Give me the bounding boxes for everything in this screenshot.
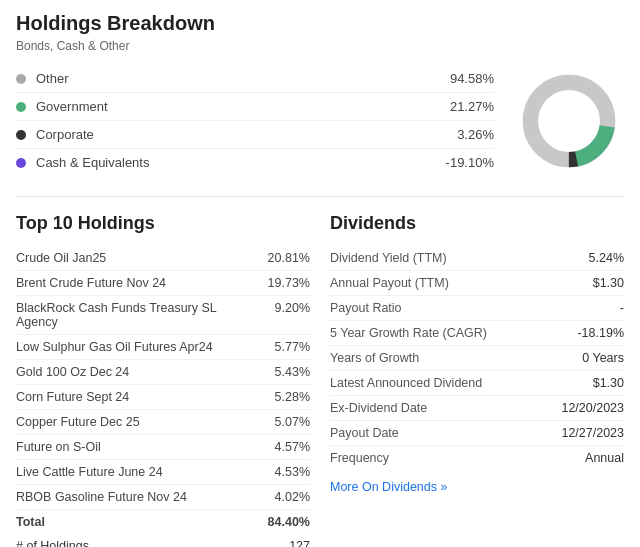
breakdown-value: 94.58% [434,71,494,86]
holding-pct: 5.77% [260,340,310,354]
breakdown-dot [16,102,26,112]
holding-pct: 4.57% [260,440,310,454]
dividend-label: Dividend Yield (TTM) [330,251,544,265]
dividends-title: Dividends [330,213,624,234]
svg-point-4 [538,90,600,152]
holding-name: Future on S-Oil [16,440,260,454]
holdings-row: Crude Oil Jan25 20.81% [16,246,310,271]
breakdown-value: 21.27% [434,99,494,114]
breakdown-label: Other [36,71,434,86]
dividends-row: Payout Ratio - [330,296,624,321]
holding-name: Low Sulphur Gas Oil Futures Apr24 [16,340,260,354]
holding-pct: 9.20% [260,301,310,329]
top-holdings-panel: Top 10 Holdings Crude Oil Jan25 20.81% B… [16,213,310,547]
holding-pct: 5.28% [260,390,310,404]
dividend-label: Payout Date [330,426,544,440]
dividends-panel: Dividends Dividend Yield (TTM) 5.24% Ann… [330,213,624,547]
breakdown-label: Corporate [36,127,434,142]
total-value: 84.40% [260,515,310,529]
holdings-count-row: # of Holdings 127 [16,534,310,547]
dividend-label: Payout Ratio [330,301,544,315]
dividend-value: - [544,301,624,315]
holding-name: Gold 100 Oz Dec 24 [16,365,260,379]
holdings-table: Crude Oil Jan25 20.81% Brent Crude Futur… [16,246,310,534]
dividend-value: $1.30 [544,276,624,290]
dividends-row: Ex-Dividend Date 12/20/2023 [330,396,624,421]
holdings-row: Future on S-Oil 4.57% [16,435,310,460]
dividend-value: Annual [544,451,624,465]
holding-name: Brent Crude Future Nov 24 [16,276,260,290]
holding-pct: 5.07% [260,415,310,429]
dividends-row: Payout Date 12/27/2023 [330,421,624,446]
holding-name: RBOB Gasoline Future Nov 24 [16,490,260,504]
holding-name: BlackRock Cash Funds Treasury SL Agency [16,301,260,329]
holding-pct: 4.02% [260,490,310,504]
holdings-breakdown-section: Holdings Breakdown Bonds, Cash & Other O… [16,12,624,176]
dividend-label: Years of Growth [330,351,544,365]
bottom-section: Top 10 Holdings Crude Oil Jan25 20.81% B… [16,213,624,547]
dividend-value: 5.24% [544,251,624,265]
holding-name: Corn Future Sept 24 [16,390,260,404]
more-dividends-link[interactable]: More On Dividends » [330,480,447,494]
breakdown-item: Cash & Equivalents -19.10% [16,149,494,176]
breakdown-value: -19.10% [434,155,494,170]
dividend-value: 12/20/2023 [544,401,624,415]
dividends-row: 5 Year Growth Rate (CAGR) -18.19% [330,321,624,346]
breakdown-dot [16,74,26,84]
dividends-row: Frequency Annual [330,446,624,470]
breakdown-item: Corporate 3.26% [16,121,494,149]
top-holdings-title: Top 10 Holdings [16,213,310,234]
holdings-row: Low Sulphur Gas Oil Futures Apr24 5.77% [16,335,310,360]
breakdown-item: Government 21.27% [16,93,494,121]
holdings-row: Corn Future Sept 24 5.28% [16,385,310,410]
holdings-row: Brent Crude Future Nov 24 19.73% [16,271,310,296]
holdings-breakdown-subtitle: Bonds, Cash & Other [16,39,624,53]
section-divider [16,196,624,197]
dividends-row: Dividend Yield (TTM) 5.24% [330,246,624,271]
breakdown-dot [16,130,26,140]
holdings-row: Gold 100 Oz Dec 24 5.43% [16,360,310,385]
holding-pct: 19.73% [260,276,310,290]
dividend-value: $1.30 [544,376,624,390]
holdings-row: BlackRock Cash Funds Treasury SL Agency … [16,296,310,335]
donut-chart [514,66,624,176]
breakdown-label: Cash & Equivalents [36,155,434,170]
dividend-label: Frequency [330,451,544,465]
holding-name: Copper Future Dec 25 [16,415,260,429]
breakdown-value: 3.26% [434,127,494,142]
breakdown-content: Other 94.58% Government 21.27% Corporate… [16,65,624,176]
total-label: Total [16,515,260,529]
dividend-label: Latest Announced Dividend [330,376,544,390]
holdings-total-row: Total 84.40% [16,510,310,534]
holdings-row: RBOB Gasoline Future Nov 24 4.02% [16,485,310,510]
holdings-row: Copper Future Dec 25 5.07% [16,410,310,435]
breakdown-label: Government [36,99,434,114]
dividends-row: Annual Payout (TTM) $1.30 [330,271,624,296]
breakdown-list: Other 94.58% Government 21.27% Corporate… [16,65,494,176]
holding-name: Crude Oil Jan25 [16,251,260,265]
dividends-row: Years of Growth 0 Years [330,346,624,371]
dividend-label: 5 Year Growth Rate (CAGR) [330,326,544,340]
holding-pct: 5.43% [260,365,310,379]
holdings-count-value: 127 [289,539,310,547]
dividends-row: Latest Announced Dividend $1.30 [330,371,624,396]
breakdown-dot [16,158,26,168]
holding-name: Live Cattle Future June 24 [16,465,260,479]
dividend-value: 12/27/2023 [544,426,624,440]
dividend-label: Annual Payout (TTM) [330,276,544,290]
dividend-value: -18.19% [544,326,624,340]
holding-pct: 4.53% [260,465,310,479]
holdings-count-label: # of Holdings [16,539,89,547]
dividend-label: Ex-Dividend Date [330,401,544,415]
dividend-value: 0 Years [544,351,624,365]
page-wrapper: Holdings Breakdown Bonds, Cash & Other O… [0,0,640,547]
breakdown-item: Other 94.58% [16,65,494,93]
holdings-breakdown-title: Holdings Breakdown [16,12,624,35]
dividends-table: Dividend Yield (TTM) 5.24% Annual Payout… [330,246,624,470]
holding-pct: 20.81% [260,251,310,265]
holdings-row: Live Cattle Future June 24 4.53% [16,460,310,485]
